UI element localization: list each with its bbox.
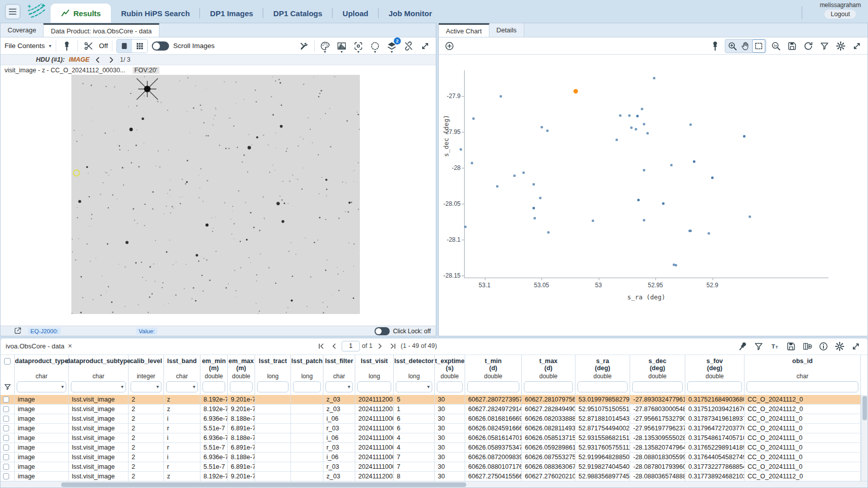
data-point[interactable] [630,126,633,129]
data-point[interactable] [592,219,594,222]
table-row[interactable]: imagelsst.visit_image2i6.936e-78.188e-7i… [1,414,861,424]
column-header-lsst_detector[interactable]: lsst_detector long ▾ [394,355,435,395]
save-icon[interactable] [786,39,799,53]
column-header-s_ra[interactable]: s_ra (deg) double [575,355,630,395]
data-point[interactable] [641,108,643,110]
tools-icon[interactable] [298,39,311,53]
data-point[interactable] [708,232,710,235]
vertical-scrollbar-thumb[interactable] [862,396,867,420]
zoom-in-icon[interactable] [726,39,739,53]
table-row[interactable]: imagelsst.visit_image2i6.936e-78.188e-7i… [1,433,861,443]
column-filter-input[interactable] [524,381,573,392]
data-point[interactable] [513,174,516,177]
top-tab-rubin-hips-search[interactable]: Rubin HiPS Search [111,4,200,23]
column-header-t_min[interactable]: t_min (d) double [465,355,522,395]
row-checkbox[interactable] [3,454,9,460]
vertical-scrollbar[interactable] [861,395,867,482]
data-point[interactable] [628,114,631,117]
save-icon[interactable] [784,340,798,353]
column-header-dataproduct_subtype[interactable]: dataproduct_subtype char ▾ [69,355,129,395]
refresh-icon[interactable] [802,39,815,53]
column-filter-select[interactable]: ▾ [396,381,432,392]
filter-icon[interactable] [818,39,831,53]
select-rect-icon[interactable] [752,39,765,53]
column-header-lsst_patch[interactable]: lsst_patch long [291,355,323,395]
prev-page-button[interactable] [328,340,340,351]
palette-icon[interactable]: ▾ [318,39,332,53]
histogram-icon[interactable]: ▾ [335,39,348,53]
column-header-dataproduct_type[interactable]: dataproduct_type char ▾ [15,355,69,395]
info-icon[interactable] [817,340,830,353]
column-filter-input[interactable] [257,381,288,392]
column-header-em_max[interactable]: em_max (m) double [228,355,255,395]
column-header-lsst_band[interactable]: lsst_band char ▾ [164,355,200,395]
column-header-s_dec[interactable]: s_dec (deg) double [630,355,685,395]
data-point[interactable] [635,128,637,130]
column-filter-input[interactable] [687,381,742,392]
data-point[interactable] [670,164,673,166]
data-point[interactable] [539,197,542,199]
layers-icon[interactable]: ▾2 [385,39,398,53]
ellipse-select-icon[interactable]: ▾ [368,39,382,53]
data-point[interactable] [464,226,467,228]
data-point[interactable] [689,123,692,126]
data-point[interactable] [532,183,535,186]
top-tab-dp1-catalogs[interactable]: DP1 Catalogs [263,4,333,23]
hamburger-menu-button[interactable] [5,4,20,19]
row-checkbox[interactable] [3,445,9,451]
select-all-checkbox[interactable] [4,358,11,365]
row-checkbox[interactable] [3,416,9,422]
tab-data-product[interactable]: Data Product: ivoa.ObsCore - data [44,23,159,37]
selected-data-point[interactable] [573,89,578,94]
add-chart-icon[interactable] [443,39,456,53]
filter-row-icon[interactable] [4,383,12,391]
next-page-button[interactable] [375,340,386,351]
row-checkbox[interactable] [3,406,9,412]
data-point[interactable] [643,169,645,171]
top-tab-upload[interactable]: Upload [333,4,379,23]
data-point[interactable] [637,199,640,201]
first-page-button[interactable] [315,340,326,351]
data-point[interactable] [646,132,649,135]
top-tab-results[interactable]: Results [51,4,111,23]
data-point[interactable] [711,176,714,179]
data-point[interactable] [472,117,475,120]
data-point[interactable] [615,139,618,141]
data-point[interactable] [662,202,665,205]
table-row[interactable]: imagelsst.visit_image2z8.192e-79.201e-7z… [1,395,861,405]
data-point[interactable] [653,77,655,79]
pin-table-icon[interactable] [736,340,749,353]
unlink-icon[interactable] [402,39,415,53]
column-filter-input[interactable] [357,381,391,392]
text-size-icon[interactable]: TT [768,340,781,353]
hdu-next-button[interactable] [107,55,116,64]
table-row[interactable]: imagelsst.visit_image2i6.936e-78.188e-7i… [1,453,861,462]
pin-icon[interactable] [709,39,722,53]
tab-details[interactable]: Details [489,23,524,37]
table-row[interactable]: imagelsst.visit_image2z8.192e-79.201e-7z… [1,405,861,414]
file-contents-dropdown[interactable]: File Contents [5,42,45,50]
expand-icon[interactable] [850,39,863,53]
top-tab-dp1-images[interactable]: DP1 Images [200,4,263,23]
row-checkbox[interactable] [3,473,9,479]
fits-image[interactable] [71,75,360,314]
row-checkbox[interactable] [3,425,9,431]
data-point[interactable] [471,162,473,164]
column-filter-select[interactable]: ▾ [325,381,353,392]
data-point[interactable] [546,129,549,132]
horizontal-scrollbar[interactable] [1,481,868,487]
row-checkbox[interactable] [3,435,9,441]
column-filter-input[interactable] [747,381,858,392]
column-header-lsst_filter[interactable]: lsst_filter char ▾ [323,355,355,395]
column-filter-input[interactable] [577,381,628,392]
table-row[interactable]: imagelsst.visit_image2z8.192e-79.201e-7z… [1,472,861,481]
pin-icon[interactable] [60,39,73,53]
column-filter-select[interactable]: ▾ [17,381,66,392]
zoom-1x-icon[interactable]: 1x [769,39,782,53]
logout-button[interactable]: Logout [824,10,856,19]
scatter-chart[interactable]: s_dec (deg) s_ra (deg) 53.153.055352.955… [439,55,867,334]
horizontal-scrollbar-thumb[interactable] [61,482,466,487]
column-header-s_fov[interactable]: s_fov (deg) double [685,355,745,395]
data-point[interactable] [500,95,502,98]
column-header-calib_level[interactable]: calib_level integer ▾ [129,355,164,395]
